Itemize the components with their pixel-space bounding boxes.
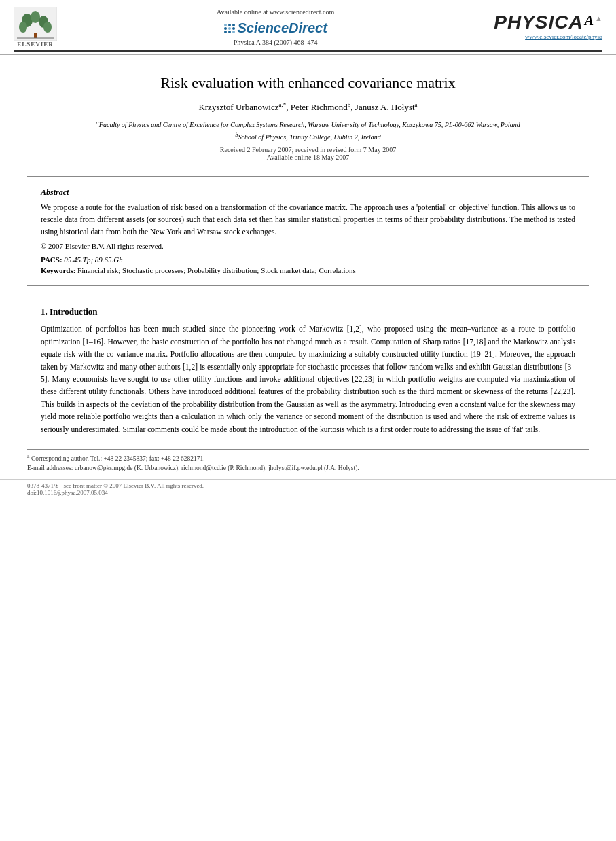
svg-point-5 bbox=[43, 22, 52, 33]
title-body-divider bbox=[27, 176, 589, 177]
copyright: © 2007 Elsevier B.V. All rights reserved… bbox=[41, 242, 575, 250]
sciencedirect-logo: ScienceDirect bbox=[224, 20, 327, 36]
pacs-values: 05.45.Tp; 89.65.Gh bbox=[64, 255, 122, 264]
doi-line: doi:10.1016/j.physa.2007.05.034 bbox=[27, 489, 589, 496]
body-section: 1. Introduction Optimization of portfoli… bbox=[0, 291, 616, 441]
physica-icon: ▲ bbox=[595, 14, 602, 22]
header-divider bbox=[14, 50, 602, 52]
footer-line bbox=[27, 449, 589, 450]
svg-point-4 bbox=[19, 22, 27, 33]
physica-logo: PHYSICA A ▲ www.elsevier.com/locate/phys… bbox=[494, 12, 602, 43]
author-3: Janusz A. Hołyst bbox=[355, 102, 415, 112]
introduction-heading: 1. Introduction bbox=[41, 306, 575, 317]
introduction-text: Optimization of portfolios has been much… bbox=[41, 323, 575, 435]
footer-bottom: 0378-4371/$ - see front matter © 2007 El… bbox=[0, 479, 616, 499]
journal-url: www.elsevier.com/locate/physa bbox=[525, 33, 602, 40]
keywords-label: Keywords: bbox=[41, 266, 75, 274]
affiliation-a: Faculty of Physics and Centre of Excelle… bbox=[99, 122, 520, 129]
keywords-text: Financial risk; Stochastic processes; Pr… bbox=[77, 266, 356, 274]
header-logos: ELSEVIER Available online at www.science… bbox=[14, 7, 602, 48]
physica-a-letter: A bbox=[585, 13, 594, 29]
elsevier-tree-icon bbox=[14, 7, 57, 41]
abstract-body-divider bbox=[27, 285, 589, 286]
sciencedirect-name: ScienceDirect bbox=[238, 20, 327, 36]
svg-point-2 bbox=[31, 11, 40, 23]
sd-dots-icon bbox=[224, 24, 235, 33]
keywords-line: Keywords: Financial risk; Stochastic pro… bbox=[41, 266, 575, 274]
received-text: Received 2 February 2007; received in re… bbox=[41, 146, 575, 154]
author-3-sup: a bbox=[415, 101, 418, 108]
header-center: Available online at www.sciencedirect.co… bbox=[57, 8, 494, 47]
author-1-sup: a,* bbox=[278, 101, 286, 108]
header: ELSEVIER Available online at www.science… bbox=[0, 0, 616, 55]
paper-title: Risk evaluation with enhanced covariance… bbox=[41, 74, 575, 92]
issn-line: 0378-4371/$ - see front matter © 2007 El… bbox=[27, 482, 589, 489]
footnote-star: a Corresponding author. Tel.: +48 22 234… bbox=[27, 452, 589, 463]
author-2: Peter Richmond bbox=[291, 102, 348, 112]
footer-text: a Corresponding author. Tel.: +48 22 234… bbox=[0, 452, 616, 473]
available-text: Available online 18 May 2007 bbox=[41, 154, 575, 161]
affiliation-b: School of Physics, Trinity College, Dubl… bbox=[238, 133, 381, 141]
footnote-star-text: Corresponding author. Tel.: +48 22 23458… bbox=[31, 455, 205, 462]
email-line: E-mail addresses: urbanow@pks.mpg.de (K.… bbox=[27, 463, 589, 473]
available-online-text: Available online at www.sciencedirect.co… bbox=[64, 8, 487, 16]
elsevier-logo: ELSEVIER bbox=[14, 7, 57, 48]
authors: Krzysztof Urbanowicza,*, Peter Richmondb… bbox=[41, 101, 575, 113]
svg-rect-6 bbox=[34, 33, 37, 38]
title-section: Risk evaluation with enhanced covariance… bbox=[0, 60, 616, 171]
journal-info: Physica A 384 (2007) 468–474 bbox=[64, 39, 487, 46]
physica-name: PHYSICA bbox=[494, 12, 583, 33]
abstract-section: Abstract We propose a route for the eval… bbox=[0, 182, 616, 280]
author-2-sup: b bbox=[348, 101, 351, 108]
footnote-sup: a bbox=[27, 453, 30, 459]
elsevier-label: ELSEVIER bbox=[17, 41, 54, 48]
pacs-line: PACS: 05.45.Tp; 89.65.Gh bbox=[41, 255, 575, 264]
pacs-label: PACS: bbox=[41, 255, 62, 264]
author-1: Krzysztof Urbanowicz bbox=[198, 102, 278, 112]
page: ELSEVIER Available online at www.science… bbox=[0, 0, 616, 841]
section-title: Introduction bbox=[50, 306, 98, 317]
section-number: 1. bbox=[41, 306, 48, 317]
affiliations: aFaculty of Physics and Centre of Excell… bbox=[41, 118, 575, 142]
abstract-title: Abstract bbox=[41, 187, 575, 198]
abstract-text: We propose a route for the evaluation of… bbox=[41, 202, 575, 238]
received-dates: Received 2 February 2007; received in re… bbox=[41, 146, 575, 161]
